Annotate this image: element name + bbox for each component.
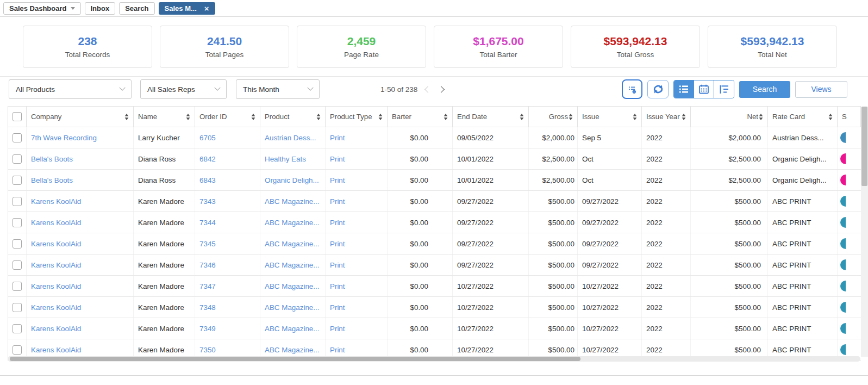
company-link[interactable]: Karens KoolAid <box>31 219 81 227</box>
product-type-link[interactable]: Print <box>330 261 345 269</box>
col-header-product[interactable]: Product <box>260 107 326 127</box>
company-link[interactable]: Karens KoolAid <box>31 303 81 312</box>
vertical-scrollbar[interactable] <box>861 107 868 357</box>
barter-value: $0.00 <box>410 282 428 290</box>
period-filter-select[interactable]: This Month <box>236 79 320 99</box>
product-link[interactable]: Healthy Eats <box>265 155 306 163</box>
order-id-link[interactable]: 7347 <box>199 282 216 290</box>
sort-icon <box>633 114 637 120</box>
product-type-link[interactable]: Print <box>330 240 345 248</box>
order-id-link[interactable]: 7345 <box>199 240 216 248</box>
company-link[interactable]: Karens KoolAid <box>31 197 81 206</box>
product-type-link[interactable]: Print <box>330 303 345 312</box>
cell-order_id: 6705 <box>195 127 260 148</box>
row-checkbox[interactable] <box>13 324 22 333</box>
product-type-link[interactable]: Print <box>330 219 345 227</box>
close-icon[interactable]: × <box>204 4 209 13</box>
order-id-link[interactable]: 6842 <box>199 155 216 163</box>
row-checkbox[interactable] <box>13 282 22 291</box>
row-checkbox[interactable] <box>13 133 22 142</box>
product-link[interactable]: ABC Magazine... <box>265 346 319 354</box>
company-link[interactable]: Karens KoolAid <box>31 346 81 354</box>
search-button[interactable]: Search <box>739 81 790 98</box>
col-header-issue-year[interactable]: Issue Year <box>642 107 691 127</box>
cell-rate_card: ABC PRINT <box>768 254 838 276</box>
order-id-link[interactable]: 7346 <box>199 261 216 269</box>
order-id-link[interactable]: 6705 <box>199 134 216 142</box>
col-header-name[interactable]: Name <box>134 107 195 127</box>
product-link[interactable]: Austrian Dess... <box>265 134 316 142</box>
col-header-rate-card[interactable]: Rate Card <box>768 107 838 127</box>
refresh-button[interactable] <box>647 80 669 98</box>
company-link[interactable]: 7th Wave Recording <box>31 134 97 142</box>
rate-card-value: ABC PRINT <box>772 261 811 269</box>
rate-card-value: ABC PRINT <box>772 240 811 248</box>
tab-inbox[interactable]: Inbox <box>85 2 116 15</box>
product-link[interactable]: ABC Magazine... <box>265 325 319 333</box>
col-header-clipped[interactable]: S <box>838 107 861 127</box>
company-link[interactable]: Karens KoolAid <box>31 240 81 248</box>
order-id-link[interactable]: 7350 <box>199 346 216 354</box>
horizontal-scrollbar-thumb[interactable] <box>10 357 580 361</box>
row-checkbox[interactable] <box>13 176 22 185</box>
row-checkbox[interactable] <box>13 239 22 249</box>
company-link[interactable]: Karens KoolAid <box>31 282 81 290</box>
vertical-scrollbar-thumb[interactable] <box>861 107 867 186</box>
product-link[interactable]: Organic Deligh... <box>265 176 319 184</box>
report-settings-button[interactable] <box>622 79 642 99</box>
row-checkbox[interactable] <box>13 345 22 355</box>
prev-page-icon[interactable] <box>424 86 432 93</box>
col-header-order-id[interactable]: Order ID <box>195 107 260 127</box>
col-header-company[interactable]: Company <box>27 107 134 127</box>
product-link[interactable]: ABC Magazine... <box>265 303 319 312</box>
product-link[interactable]: ABC Magazine... <box>265 219 319 227</box>
product-link[interactable]: ABC Magazine... <box>265 197 319 206</box>
row-checkbox[interactable] <box>13 303 22 312</box>
views-button[interactable]: Views <box>795 81 847 98</box>
order-id-link[interactable]: 7349 <box>199 325 216 333</box>
next-page-icon[interactable] <box>438 86 445 93</box>
company-link[interactable]: Bella's Boots <box>31 176 73 184</box>
product-link[interactable]: ABC Magazine... <box>265 261 319 269</box>
col-header-gross[interactable]: Gross <box>529 107 578 127</box>
product-type-link[interactable]: Print <box>330 197 345 206</box>
row-checkbox[interactable] <box>13 154 22 164</box>
product-link[interactable]: ABC Magazine... <box>265 240 319 248</box>
timeline-view-button[interactable] <box>714 80 734 98</box>
calendar-view-button[interactable] <box>694 80 714 98</box>
order-id-link[interactable]: 7343 <box>199 197 216 206</box>
sales-reps-filter-select[interactable]: All Sales Reps <box>140 79 227 99</box>
cell-rate_card: ABC PRINT <box>768 212 838 233</box>
select-all-checkbox[interactable] <box>13 112 22 121</box>
tab-sales-dashboard[interactable]: Sales Dashboard <box>3 2 81 15</box>
col-header-end-date[interactable]: End Date <box>453 107 529 127</box>
company-link[interactable]: Bella's Boots <box>31 155 73 163</box>
order-id-link[interactable]: 7348 <box>199 303 216 312</box>
product-type-link[interactable]: Print <box>330 282 345 290</box>
product-type-link[interactable]: Print <box>330 325 345 333</box>
col-header-barter[interactable]: Barter <box>388 107 453 127</box>
products-filter-select[interactable]: All Products <box>9 79 132 99</box>
col-header-issue[interactable]: Issue <box>578 107 642 127</box>
product-type-link[interactable]: Print <box>330 134 345 142</box>
list-view-button[interactable] <box>674 80 694 98</box>
product-link[interactable]: ABC Magazine... <box>265 282 319 290</box>
tab-search[interactable]: Search <box>119 2 154 15</box>
col-header-product-type[interactable]: Product Type <box>326 107 388 127</box>
order-id-link[interactable]: 7344 <box>199 219 216 227</box>
product-type-link[interactable]: Print <box>330 176 345 184</box>
order-id-link[interactable]: 6843 <box>199 176 216 184</box>
company-link[interactable]: Karens KoolAid <box>31 325 81 333</box>
cell-issue_year: 2022 <box>642 297 691 318</box>
product-type-link[interactable]: Print <box>330 155 345 163</box>
company-link[interactable]: Karens KoolAid <box>31 261 81 269</box>
row-checkbox[interactable] <box>13 260 22 270</box>
row-checkbox[interactable] <box>13 197 22 206</box>
row-checkbox[interactable] <box>13 218 22 227</box>
col-header-select[interactable] <box>8 107 27 127</box>
horizontal-scrollbar[interactable] <box>8 356 860 362</box>
product-type-link[interactable]: Print <box>330 346 345 354</box>
tab-sales-module-active[interactable]: Sales M... × <box>159 2 215 15</box>
list-view-icon <box>679 85 689 94</box>
col-header-net[interactable]: Net <box>691 107 768 127</box>
